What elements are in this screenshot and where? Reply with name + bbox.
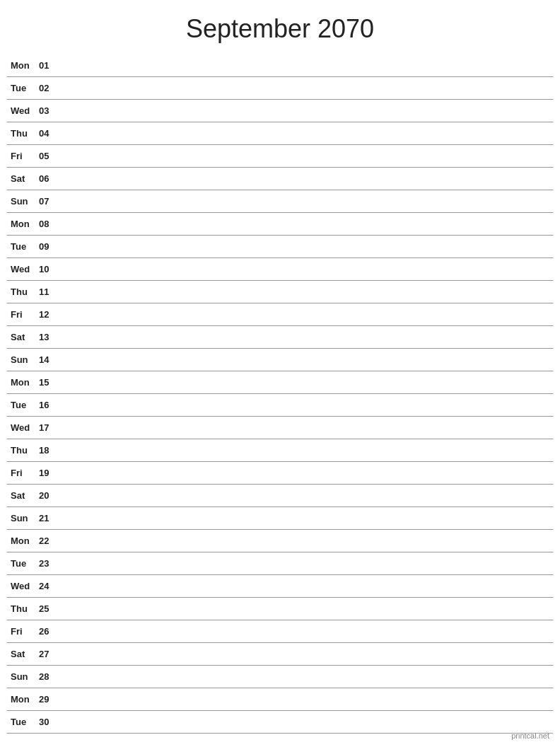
day-name: Tue [7, 83, 39, 93]
day-number: 23 [39, 558, 60, 569]
day-number: 13 [39, 332, 60, 342]
day-line [60, 291, 553, 292]
day-line [60, 359, 553, 360]
day-line [60, 540, 553, 541]
day-row: Mon08 [7, 213, 553, 236]
day-number: 10 [39, 264, 60, 274]
day-name: Mon [7, 694, 39, 705]
day-name: Thu [7, 603, 39, 614]
day-name: Mon [7, 535, 39, 546]
day-row: Thu04 [7, 122, 553, 145]
day-row: Fri19 [7, 462, 553, 485]
day-name: Sat [7, 490, 39, 501]
day-name: Mon [7, 60, 39, 71]
day-number: 07 [39, 196, 60, 207]
day-line [60, 563, 553, 564]
day-name: Sun [7, 354, 39, 365]
day-row: Tue30 [7, 711, 553, 734]
day-line [60, 224, 553, 224]
day-number: 05 [39, 151, 60, 161]
day-row: Tue02 [7, 77, 553, 100]
day-line [60, 65, 553, 66]
day-name: Sun [7, 513, 39, 523]
day-line [60, 473, 553, 473]
day-number: 21 [39, 513, 60, 523]
day-name: Thu [7, 445, 39, 456]
day-line [60, 201, 553, 202]
day-row: Wed03 [7, 100, 553, 122]
day-line [60, 450, 553, 451]
day-line [60, 722, 553, 722]
day-name: Sat [7, 173, 39, 184]
day-row: Mon15 [7, 371, 553, 394]
day-line [60, 269, 553, 270]
day-number: 09 [39, 241, 60, 252]
day-number: 17 [39, 422, 60, 433]
day-number: 12 [39, 309, 60, 320]
day-number: 26 [39, 626, 60, 637]
day-number: 27 [39, 649, 60, 659]
day-row: Wed24 [7, 575, 553, 598]
day-name: Wed [7, 264, 39, 274]
day-row: Sat13 [7, 326, 553, 349]
day-number: 24 [39, 581, 60, 591]
day-line [60, 110, 553, 111]
day-number: 01 [39, 60, 60, 71]
day-number: 30 [39, 717, 60, 727]
day-number: 02 [39, 83, 60, 93]
day-row: Sun28 [7, 666, 553, 688]
day-name: Sun [7, 196, 39, 207]
day-line [60, 314, 553, 315]
day-row: Mon22 [7, 530, 553, 552]
day-name: Sat [7, 649, 39, 659]
footer-attribution: printcal.net [511, 731, 549, 740]
day-line [60, 133, 553, 134]
day-row: Sat06 [7, 168, 553, 190]
day-name: Fri [7, 151, 39, 161]
day-number: 22 [39, 535, 60, 546]
day-row: Thu18 [7, 439, 553, 462]
day-number: 15 [39, 377, 60, 388]
page-title: September 2070 [0, 0, 560, 54]
day-number: 18 [39, 445, 60, 456]
day-number: 06 [39, 173, 60, 184]
day-row: Tue09 [7, 236, 553, 258]
day-number: 28 [39, 671, 60, 682]
day-name: Mon [7, 377, 39, 388]
day-row: Wed17 [7, 417, 553, 439]
day-line [60, 156, 553, 156]
day-row: Fri26 [7, 620, 553, 643]
day-line [60, 631, 553, 632]
day-number: 14 [39, 354, 60, 365]
day-line [60, 405, 553, 405]
day-number: 11 [39, 286, 60, 297]
day-row: Sun21 [7, 507, 553, 530]
day-line [60, 337, 553, 337]
day-name: Tue [7, 558, 39, 569]
day-name: Wed [7, 581, 39, 591]
day-name: Sat [7, 332, 39, 342]
day-row: Tue16 [7, 394, 553, 417]
day-number: 08 [39, 219, 60, 229]
day-name: Wed [7, 105, 39, 116]
day-row: Sat20 [7, 485, 553, 507]
day-name: Tue [7, 400, 39, 410]
day-line [60, 88, 553, 88]
day-name: Sun [7, 671, 39, 682]
day-name: Fri [7, 468, 39, 478]
day-number: 16 [39, 400, 60, 410]
day-number: 04 [39, 128, 60, 139]
day-line [60, 246, 553, 247]
day-line [60, 427, 553, 428]
day-line [60, 654, 553, 654]
day-row: Thu25 [7, 598, 553, 620]
day-name: Tue [7, 241, 39, 252]
day-name: Thu [7, 128, 39, 139]
day-number: 25 [39, 603, 60, 614]
day-number: 03 [39, 105, 60, 116]
day-row: Thu11 [7, 281, 553, 303]
day-row: Mon29 [7, 688, 553, 711]
day-number: 29 [39, 694, 60, 705]
day-name: Thu [7, 286, 39, 297]
day-line [60, 699, 553, 700]
